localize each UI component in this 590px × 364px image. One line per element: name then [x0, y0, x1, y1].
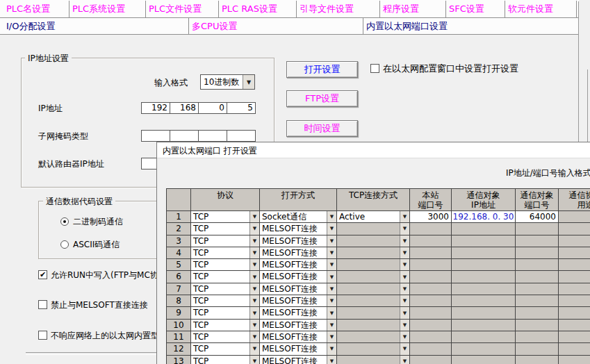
- allow-run-write-label[interactable]: 允许RUN中写入(FTP与MC协议): [51, 270, 170, 281]
- dropdown-arrow-icon[interactable]: ▼: [249, 331, 259, 342]
- tab-SFC设置[interactable]: SFC设置: [446, 1, 505, 17]
- ascii-code-radio-label[interactable]: ASCII码通信: [73, 240, 120, 250]
- disable-melsoft-checkbox[interactable]: ✔: [38, 300, 47, 309]
- dropdown-arrow-icon[interactable]: ▼: [249, 235, 259, 247]
- ip-octet-4[interactable]: 5: [227, 102, 256, 114]
- subnet-octet-2[interactable]: [170, 130, 199, 142]
- tcp-mode-select[interactable]: Active▼: [337, 211, 410, 223]
- ascii-code-radio[interactable]: [60, 240, 69, 249]
- protocol-select[interactable]: TCP▼: [191, 283, 260, 295]
- subnet-octet-4[interactable]: [227, 130, 256, 142]
- protocol-select[interactable]: TCP▼: [191, 356, 260, 364]
- dropdown-arrow-icon[interactable]: ▼: [327, 235, 336, 247]
- tab-PLC文件设置[interactable]: PLC文件设置: [146, 1, 219, 17]
- chevron-down-icon[interactable]: ▼: [243, 75, 254, 89]
- protocol-select[interactable]: TCP▼: [191, 331, 260, 343]
- dropdown-arrow-icon[interactable]: ▼: [249, 223, 259, 234]
- time-settings-button[interactable]: 时间设置: [286, 120, 358, 137]
- allow-run-write-checkbox[interactable]: ✔: [38, 270, 47, 279]
- protocol-select[interactable]: TCP▼: [191, 259, 260, 271]
- tab-程序设置[interactable]: 程序设置: [380, 1, 446, 17]
- protocol-select[interactable]: TCP▼: [191, 320, 260, 331]
- tab-PLC RAS设置[interactable]: PLC RAS设置: [219, 1, 297, 17]
- protocol-select[interactable]: TCP▼: [191, 223, 260, 235]
- dropdown-arrow-icon[interactable]: ▼: [327, 356, 336, 364]
- dropdown-arrow-icon[interactable]: ▼: [327, 283, 336, 295]
- row-number-cell[interactable]: 7: [167, 283, 191, 295]
- protocol-select[interactable]: TCP▼: [191, 343, 260, 355]
- open-method-select[interactable]: MELSOFT连接▼: [260, 223, 337, 235]
- row-number-cell[interactable]: 12: [167, 343, 191, 355]
- subnet-octet-1[interactable]: [141, 130, 170, 142]
- eth-config-window-checkbox[interactable]: ✔: [370, 64, 379, 73]
- row-number-cell[interactable]: 1: [167, 211, 191, 223]
- dropdown-arrow-icon[interactable]: ▼: [327, 331, 336, 342]
- dropdown-arrow-icon[interactable]: ▼: [249, 211, 259, 222]
- dropdown-arrow-icon[interactable]: ▼: [327, 307, 336, 318]
- eth-config-window-label[interactable]: 在以太网配置窗口中设置打开设置: [383, 63, 518, 74]
- tab-I/O分配设置[interactable]: I/O分配设置: [3, 18, 189, 34]
- open-settings-button[interactable]: 打开设置: [286, 61, 358, 78]
- open-method-select[interactable]: MELSOFT连接▼: [260, 320, 337, 331]
- row-number-cell[interactable]: 13: [167, 356, 191, 364]
- open-method-select[interactable]: MELSOFT连接▼: [260, 235, 337, 247]
- dropdown-arrow-icon[interactable]: ▼: [249, 271, 259, 282]
- dropdown-arrow-icon[interactable]: ▼: [249, 343, 259, 354]
- row-number-cell[interactable]: 4: [167, 247, 191, 259]
- no-response-label[interactable]: 不响应网络上的以太网内置型: [51, 331, 159, 341]
- row-number-cell[interactable]: 2: [167, 223, 191, 235]
- ip-octet-1[interactable]: 192: [141, 102, 170, 114]
- tab-多CPU设置[interactable]: 多CPU设置: [189, 18, 363, 34]
- dropdown-arrow-icon[interactable]: ▼: [400, 211, 409, 222]
- tab-内置以太网端口设置[interactable]: 内置以太网端口设置: [363, 18, 579, 34]
- dropdown-arrow-icon[interactable]: ▼: [327, 247, 336, 258]
- dropdown-arrow-icon[interactable]: ▼: [249, 283, 259, 295]
- open-method-select[interactable]: MELSOFT连接▼: [260, 343, 337, 355]
- ftp-settings-button[interactable]: FTP设置: [286, 90, 358, 107]
- protocol-select[interactable]: TCP▼: [191, 211, 260, 223]
- open-method-select[interactable]: MELSOFT连接▼: [260, 356, 337, 364]
- open-method-select[interactable]: MELSOFT连接▼: [260, 271, 337, 283]
- dropdown-arrow-icon[interactable]: ▼: [327, 211, 336, 222]
- dropdown-arrow-icon[interactable]: ▼: [249, 259, 259, 270]
- dropdown-arrow-icon[interactable]: ▼: [249, 247, 259, 258]
- ip-octet-3[interactable]: 0: [198, 102, 227, 114]
- row-number-cell[interactable]: 8: [167, 295, 191, 307]
- open-method-select[interactable]: Socket通信▼: [260, 211, 337, 223]
- protocol-select[interactable]: TCP▼: [191, 295, 260, 307]
- tab-PLC名设置[interactable]: PLC名设置: [3, 1, 69, 17]
- dropdown-arrow-icon[interactable]: ▼: [249, 307, 259, 318]
- tab-PLC系统设置[interactable]: PLC系统设置: [69, 1, 146, 17]
- open-method-select[interactable]: MELSOFT连接▼: [260, 283, 337, 295]
- open-method-select[interactable]: MELSOFT连接▼: [260, 295, 337, 307]
- protocol-select[interactable]: TCP▼: [191, 235, 260, 247]
- target-ip-cell[interactable]: 192.168. 0. 30: [452, 211, 516, 223]
- subnet-octet-3[interactable]: [198, 130, 227, 142]
- protocol-select[interactable]: TCP▼: [191, 247, 260, 259]
- binary-code-radio[interactable]: [60, 217, 69, 226]
- open-method-select[interactable]: MELSOFT连接▼: [260, 259, 337, 271]
- row-number-cell[interactable]: 11: [167, 331, 191, 343]
- row-number-cell[interactable]: 6: [167, 271, 191, 283]
- protocol-select[interactable]: TCP▼: [191, 271, 260, 283]
- dropdown-arrow-icon[interactable]: ▼: [327, 259, 336, 270]
- dropdown-arrow-icon[interactable]: ▼: [249, 320, 259, 331]
- dropdown-arrow-icon[interactable]: ▼: [327, 320, 336, 331]
- local-port-cell[interactable]: 3000: [410, 211, 452, 223]
- row-number-cell[interactable]: 5: [167, 259, 191, 271]
- row-number-cell[interactable]: 3: [167, 235, 191, 247]
- dropdown-arrow-icon[interactable]: ▼: [327, 223, 336, 234]
- binary-code-radio-label[interactable]: 二进制码通信: [73, 217, 123, 227]
- dropdown-arrow-icon[interactable]: ▼: [249, 356, 259, 364]
- ip-octet-2[interactable]: 168: [170, 102, 199, 114]
- open-method-select[interactable]: MELSOFT连接▼: [260, 247, 337, 259]
- open-method-select[interactable]: MELSOFT连接▼: [260, 331, 337, 343]
- dropdown-arrow-icon[interactable]: ▼: [327, 271, 336, 282]
- tab-引导文件设置[interactable]: 引导文件设置: [297, 1, 380, 17]
- disable-melsoft-label[interactable]: 禁止与MELSOFT直接连接: [51, 300, 148, 311]
- input-format-select[interactable]: 10进制数 ▼: [200, 74, 255, 90]
- dropdown-arrow-icon[interactable]: ▼: [327, 295, 336, 306]
- open-method-select[interactable]: MELSOFT连接▼: [260, 307, 337, 319]
- row-number-cell[interactable]: 9: [167, 307, 191, 319]
- tab-软元件设置[interactable]: 软元件设置: [505, 1, 577, 17]
